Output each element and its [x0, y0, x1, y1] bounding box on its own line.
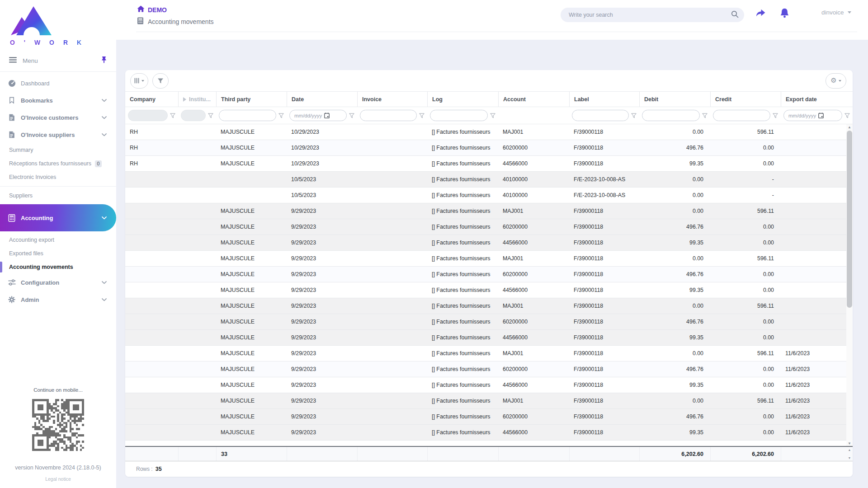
cell-debit: 496.76 [639, 361, 710, 377]
expand-column-icon[interactable] [183, 97, 186, 102]
cell-date: 9/29/2023 [287, 267, 357, 282]
cell-date: 9/29/2023 [287, 251, 357, 266]
scroll-down-icon[interactable]: ▼ [846, 441, 853, 446]
calendar-icon[interactable] [818, 113, 824, 118]
column-header-date[interactable]: Date [287, 92, 357, 107]
sidebar-item-bookmarks[interactable]: Bookmarks [0, 92, 116, 109]
hamburger-icon[interactable] [9, 56, 17, 65]
table-row[interactable]: RHMAJUSCULE10/29/2023[] Factures fournis… [125, 140, 846, 156]
menu-label: Menu [23, 57, 101, 64]
search-input[interactable] [569, 12, 731, 18]
main-content: ⚙ CompanyInstitu...Third partyDateInvoic… [116, 40, 868, 488]
filter-funnel-icon[interactable] [844, 113, 850, 118]
filter-funnel-icon[interactable] [208, 113, 213, 118]
table-row[interactable]: RHMAJUSCULE10/29/2023[] Factures fournis… [125, 124, 846, 140]
columns-button[interactable] [130, 73, 148, 89]
settings-button[interactable]: ⚙ [826, 73, 846, 89]
table-row[interactable]: MAJUSCULE9/29/2023[] Factures fournisseu… [125, 409, 846, 425]
table-row[interactable]: MAJUSCULE9/29/2023[] Factures fournisseu… [125, 361, 846, 377]
table-row[interactable]: MAJUSCULE9/29/2023[] Factures fournisseu… [125, 203, 846, 219]
breadcrumb: DEMO Accounting movements [137, 5, 214, 26]
sidebar-subitem[interactable]: Electronic Invoices [0, 170, 116, 184]
sidebar-subitem-label: Réceptions factures fournisseurs [9, 160, 91, 167]
sidebar-subitem[interactable]: Accounting export [0, 233, 116, 247]
column-header-debit[interactable]: Debit [639, 92, 710, 107]
table-row[interactable]: MAJUSCULE9/29/2023[] Factures fournisseu… [125, 393, 846, 409]
user-menu[interactable]: dinvoice [821, 9, 851, 16]
table-row[interactable]: MAJUSCULE9/29/2023[] Factures fournisseu… [125, 330, 846, 346]
pin-icon[interactable] [101, 56, 107, 65]
search-icon[interactable] [731, 10, 739, 20]
sidebar-subitem[interactable]: Réceptions factures fournisseurs0 [0, 157, 116, 170]
table-row[interactable]: MAJUSCULE9/29/2023[] Factures fournisseu… [125, 425, 846, 441]
sidebar-subitem[interactable]: Summary [0, 143, 116, 157]
filter-input-log[interactable] [430, 110, 488, 121]
column-header-label[interactable]: Label [569, 92, 639, 107]
table-row[interactable]: 10/5/2023[] Factures fournisseurs4010000… [125, 172, 846, 188]
table-row[interactable]: MAJUSCULE9/29/2023[] Factures fournisseu… [125, 377, 846, 393]
filter-date-input-export_date[interactable]: mm/dd/yyyy [783, 110, 842, 121]
cell-date: 9/29/2023 [287, 330, 357, 345]
filter-date-input-date[interactable]: mm/dd/yyyy [289, 110, 347, 121]
scroll-up-icon[interactable]: ▲ [846, 124, 853, 130]
share-icon[interactable] [755, 7, 767, 20]
scrollbar-thumb[interactable] [847, 131, 852, 308]
filter-input-invoice[interactable] [360, 110, 417, 121]
table-row[interactable]: MAJUSCULE9/29/2023[] Factures fournisseu… [125, 282, 846, 298]
sidebar-subitem[interactable]: Accounting movements [0, 260, 116, 274]
vertical-scrollbar[interactable]: ▲ ▼ [846, 124, 853, 446]
topbar: DEMO Accounting movements dinvoice [116, 0, 868, 40]
column-header-log[interactable]: Log [427, 92, 498, 107]
sidebar-subitem[interactable]: Suppliers [0, 189, 116, 202]
column-header-label: Credit [715, 96, 731, 103]
sidebar-item-oinvoice-suppliers[interactable]: O'Invoice suppliers [0, 126, 116, 143]
chevron-down-icon [102, 281, 107, 284]
sidebar-item-oinvoice-customers[interactable]: O'Invoice customers [0, 109, 116, 126]
scroll-up-icon[interactable]: ▲ [848, 448, 851, 451]
filter-funnel-icon[interactable] [419, 113, 425, 118]
column-header-third_party[interactable]: Third party [216, 92, 287, 107]
calendar-icon[interactable] [324, 113, 330, 118]
table-row[interactable]: MAJUSCULE9/29/2023[] Factures fournisseu… [125, 235, 846, 251]
cell-log: [] Factures fournisseurs [427, 361, 498, 377]
invoice-icon [7, 114, 17, 121]
sidebar-item-dashboard[interactable]: Dashboard [0, 75, 116, 92]
filter-funnel-icon[interactable] [490, 113, 495, 118]
table-row[interactable]: RHMAJUSCULE10/29/2023[] Factures fournis… [125, 156, 846, 172]
table-row[interactable]: MAJUSCULE9/29/2023[] Factures fournisseu… [125, 219, 846, 235]
sidebar-nav: DashboardBookmarksO'Invoice customersO'I… [0, 75, 116, 308]
filter-input-label[interactable] [572, 110, 629, 121]
filter-funnel-icon[interactable] [702, 113, 708, 118]
filter-input-credit[interactable] [713, 110, 770, 121]
filter-funnel-icon[interactable] [631, 113, 637, 118]
cell-label: F/39000118 [569, 346, 639, 361]
table-row[interactable]: MAJUSCULE9/29/2023[] Factures fournisseu… [125, 441, 846, 446]
table-row[interactable]: 10/5/2023[] Factures fournisseurs4010000… [125, 188, 846, 203]
column-header-company[interactable]: Company [125, 92, 178, 107]
sidebar-subitem[interactable]: Exported files [0, 247, 116, 260]
filter-funnel-icon[interactable] [349, 113, 354, 118]
filter-funnel-icon[interactable] [773, 113, 778, 118]
column-header-institution[interactable]: Institu... [178, 92, 216, 107]
filter-funnel-icon[interactable] [170, 113, 175, 118]
sidebar-item-accounting[interactable]: Accounting [0, 204, 116, 231]
filter-button[interactable] [152, 73, 169, 89]
table-row[interactable]: MAJUSCULE9/29/2023[] Factures fournisseu… [125, 298, 846, 314]
sidebar-item-admin[interactable]: Admin [0, 291, 116, 308]
table-row[interactable]: MAJUSCULE9/29/2023[] Factures fournisseu… [125, 251, 846, 267]
table-row[interactable]: MAJUSCULE9/29/2023[] Factures fournisseu… [125, 267, 846, 282]
total-row-scrollbar[interactable]: ▲ ▼ [846, 447, 853, 461]
column-header-invoice[interactable]: Invoice [357, 92, 427, 107]
bell-icon[interactable] [779, 7, 790, 21]
table-row[interactable]: MAJUSCULE9/29/2023[] Factures fournisseu… [125, 346, 846, 361]
column-header-export_date[interactable]: Export date [781, 92, 853, 107]
column-header-credit[interactable]: Credit [710, 92, 781, 107]
column-header-account[interactable]: Account [498, 92, 569, 107]
legal-notice-link[interactable]: Legal notice [0, 476, 116, 482]
scroll-down-icon[interactable]: ▼ [848, 456, 851, 460]
filter-input-third_party[interactable] [219, 110, 276, 121]
sidebar-item-configuration[interactable]: Configuration [0, 274, 116, 291]
table-row[interactable]: MAJUSCULE9/29/2023[] Factures fournisseu… [125, 314, 846, 330]
filter-input-debit[interactable] [642, 110, 700, 121]
filter-funnel-icon[interactable] [278, 113, 284, 118]
